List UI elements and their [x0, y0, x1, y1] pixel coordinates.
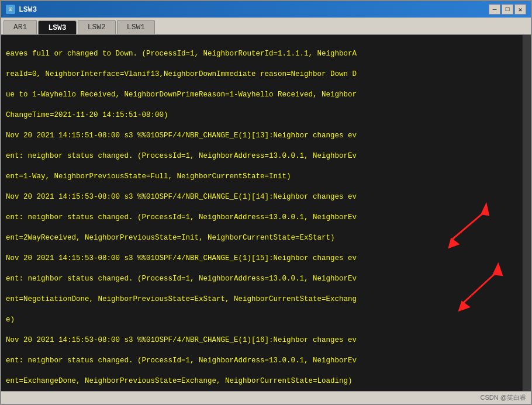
- log-line-11: Nov 20 2021 14:15:53-08:00 s3 %%01OSPF/4…: [6, 254, 518, 264]
- main-window: ⊞ LSW3 — □ ✕ AR1 LSW3 LSW2 LSW1 eaves fu…: [0, 0, 532, 405]
- log-line-10: ent=2WayReceived, NeighborPreviousState=…: [6, 233, 518, 244]
- log-line-5: Nov 20 2021 14:15:51-08:00 s3 %%01OSPF/4…: [6, 131, 518, 141]
- log-line-6: ent: neighbor status changed. (ProcessId…: [6, 151, 518, 162]
- log-line-8: Nov 20 2021 14:15:53-08:00 s3 %%01OSPF/4…: [6, 192, 518, 203]
- log-line-7: ent=1-Way, NeighborPreviousState=Full, N…: [6, 172, 518, 182]
- title-bar: ⊞ LSW3 — □ ✕: [1, 1, 531, 18]
- minimize-button[interactable]: —: [489, 4, 500, 15]
- app-icon: ⊞: [6, 5, 15, 14]
- log-line-4: ChangeTime=2021-11-20 14:15:51-08:00): [6, 110, 518, 121]
- terminal-container: eaves full or changed to Down. (ProcessI…: [1, 35, 531, 391]
- log-line-1: eaves full or changed to Down. (ProcessI…: [6, 49, 518, 60]
- log-line-2: reaId=0, NeighborInterface=Vlanif13,Neig…: [6, 70, 518, 80]
- tab-lsw2[interactable]: LSW2: [78, 20, 116, 34]
- tab-lsw3[interactable]: LSW3: [38, 20, 76, 34]
- log-line-12: ent: neighbor status changed. (ProcessId…: [6, 274, 518, 285]
- status-bar: CSDN @笑白睿: [1, 391, 531, 404]
- log-line-13: ent=NegotiationDone, NeighborPreviousSta…: [6, 295, 518, 305]
- maximize-button[interactable]: □: [502, 4, 513, 15]
- window-title: LSW3: [19, 5, 37, 14]
- log-line-3: ue to 1-Wayhello Received, NeighborDownP…: [6, 90, 518, 101]
- log-line-17: ent=ExchangeDone, NeighborPreviousState=…: [6, 376, 518, 387]
- log-line-15: Nov 20 2021 14:15:53-08:00 s3 %%01OSPF/4…: [6, 335, 518, 346]
- close-button[interactable]: ✕: [514, 4, 526, 15]
- title-bar-left: ⊞ LSW3: [6, 5, 37, 14]
- tab-ar1[interactable]: AR1: [4, 20, 37, 34]
- scrollbar[interactable]: [523, 35, 531, 391]
- terminal-output[interactable]: eaves full or changed to Down. (ProcessI…: [1, 35, 523, 391]
- watermark-text: CSDN @笑白睿: [481, 393, 526, 402]
- log-line-16: ent: neighbor status changed. (ProcessId…: [6, 356, 518, 366]
- log-line-14: e): [6, 315, 518, 326]
- title-controls: — □ ✕: [489, 4, 526, 15]
- log-line-9: ent: neighbor status changed. (ProcessId…: [6, 213, 518, 223]
- tab-bar: AR1 LSW3 LSW2 LSW1: [1, 18, 531, 35]
- tab-lsw1[interactable]: LSW1: [117, 20, 155, 34]
